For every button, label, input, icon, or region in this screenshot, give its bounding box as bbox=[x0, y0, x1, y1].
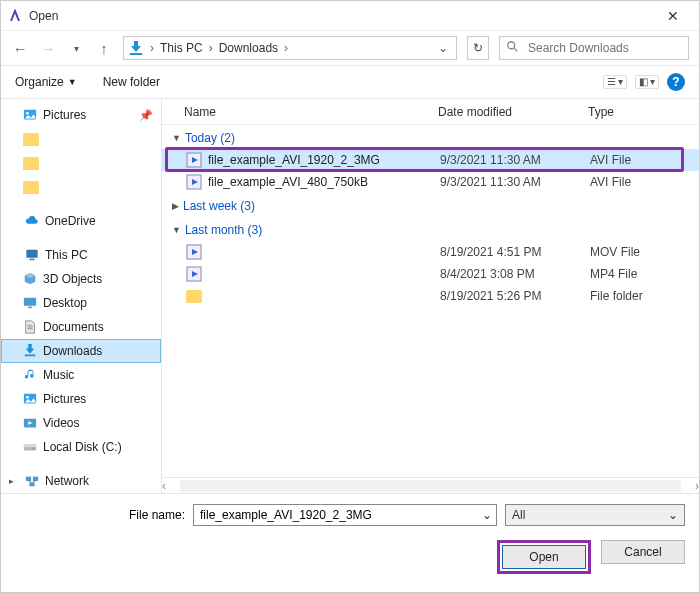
sidebar-item-onedrive[interactable]: OneDrive bbox=[1, 209, 161, 233]
file-type: AVI File bbox=[590, 175, 699, 189]
svg-rect-25 bbox=[33, 477, 38, 481]
folder-icon bbox=[23, 157, 39, 170]
breadcrumb-item[interactable]: Downloads bbox=[219, 41, 278, 55]
svg-rect-7 bbox=[26, 250, 37, 258]
svg-rect-24 bbox=[26, 477, 31, 481]
new-folder-button[interactable]: New folder bbox=[103, 75, 160, 89]
group-label: Last month (3) bbox=[185, 223, 262, 237]
search-box[interactable] bbox=[499, 36, 689, 60]
file-row[interactable]: file_example_AVI_480_750kB9/3/2021 11:30… bbox=[162, 171, 699, 193]
breadcrumb-item[interactable]: This PC bbox=[160, 41, 203, 55]
annotation-highlight: Open bbox=[497, 540, 591, 574]
file-list[interactable]: ▼ Today (2)file_example_AVI_1920_2_3MG9/… bbox=[162, 125, 699, 477]
sidebar-folder-shortcut[interactable] bbox=[1, 127, 161, 151]
chevron-down-icon[interactable]: ⌄ bbox=[478, 508, 492, 522]
svg-rect-8 bbox=[29, 259, 34, 261]
file-date: 9/3/2021 11:30 AM bbox=[440, 153, 590, 167]
sidebar-item-music[interactable]: Music bbox=[1, 363, 161, 387]
search-input[interactable] bbox=[526, 40, 682, 56]
sidebar-item-videos[interactable]: Videos bbox=[1, 411, 161, 435]
scroll-right-icon[interactable]: › bbox=[695, 479, 699, 493]
svg-rect-1 bbox=[134, 41, 138, 47]
sidebar-item-downloads[interactable]: Downloads bbox=[1, 339, 161, 363]
sidebar-item-label: Desktop bbox=[43, 296, 87, 310]
file-row[interactable]: 8/19/2021 5:26 PMFile folder bbox=[162, 285, 699, 307]
folder-icon bbox=[186, 290, 202, 303]
downloads-icon bbox=[128, 40, 144, 56]
navigation-pane[interactable]: Pictures 📌 OneDrive This PC 3D Objects bbox=[1, 99, 162, 493]
downloads-icon bbox=[23, 344, 37, 358]
sidebar-folder-shortcut[interactable] bbox=[1, 151, 161, 175]
sidebar-item-documents[interactable]: Documents bbox=[1, 315, 161, 339]
sidebar-item-3d-objects[interactable]: 3D Objects bbox=[1, 267, 161, 291]
close-button[interactable]: ✕ bbox=[653, 8, 693, 24]
sidebar-item-label: OneDrive bbox=[45, 214, 96, 228]
video-file-icon bbox=[186, 152, 202, 168]
filename-input[interactable] bbox=[198, 507, 478, 523]
cloud-icon bbox=[25, 214, 39, 228]
breadcrumb-dropdown[interactable]: ⌄ bbox=[434, 41, 452, 55]
column-name[interactable]: Name bbox=[184, 105, 438, 119]
organize-menu[interactable]: Organize ▼ bbox=[15, 75, 77, 89]
sidebar-item-label: Pictures bbox=[43, 392, 86, 406]
scrollbar-track[interactable] bbox=[180, 480, 681, 492]
filetype-filter[interactable]: All ⌄ bbox=[505, 504, 685, 526]
sidebar-item-pictures-quick[interactable]: Pictures 📌 bbox=[1, 103, 161, 127]
sidebar-item-label: Network bbox=[45, 474, 89, 488]
file-group-header[interactable]: ▼ Today (2) bbox=[162, 125, 699, 149]
horizontal-scrollbar[interactable]: ‹ › bbox=[162, 477, 699, 493]
file-row[interactable]: 8/4/2021 3:08 PMMP4 File bbox=[162, 263, 699, 285]
column-headers[interactable]: Name Date modified Type bbox=[162, 99, 699, 125]
filename-combobox[interactable]: ⌄ bbox=[193, 504, 497, 526]
preview-pane-button[interactable]: ◧▾ bbox=[635, 75, 659, 89]
cancel-button[interactable]: Cancel bbox=[601, 540, 685, 564]
svg-rect-16 bbox=[25, 355, 36, 357]
svg-rect-26 bbox=[29, 483, 34, 487]
disk-icon bbox=[23, 440, 37, 454]
help-button[interactable]: ? bbox=[667, 73, 685, 91]
pictures-icon bbox=[23, 108, 37, 122]
folder-icon bbox=[23, 181, 39, 194]
cancel-button-label: Cancel bbox=[624, 545, 661, 559]
organize-label: Organize bbox=[15, 75, 64, 89]
chevron-down-icon: ▼ bbox=[172, 133, 181, 143]
sidebar-item-network[interactable]: ▸ Network bbox=[1, 469, 161, 493]
sidebar-item-local-disk[interactable]: Local Disk (C:) bbox=[1, 435, 161, 459]
file-type: MP4 File bbox=[590, 267, 699, 281]
pictures-icon bbox=[23, 392, 37, 406]
video-file-icon bbox=[186, 266, 202, 282]
sidebar-item-pictures[interactable]: Pictures bbox=[1, 387, 161, 411]
breadcrumb[interactable]: › This PC › Downloads › ⌄ bbox=[123, 36, 457, 60]
scroll-left-icon[interactable]: ‹ bbox=[162, 479, 166, 493]
svg-rect-2 bbox=[130, 53, 142, 55]
svg-rect-10 bbox=[28, 307, 32, 309]
sidebar-item-desktop[interactable]: Desktop bbox=[1, 291, 161, 315]
group-label: Last week (3) bbox=[183, 199, 255, 213]
up-button[interactable]: ↑ bbox=[95, 40, 113, 57]
file-group-header[interactable]: ▶ Last week (3) bbox=[162, 193, 699, 217]
svg-point-18 bbox=[26, 396, 29, 399]
file-group-header[interactable]: ▼ Last month (3) bbox=[162, 217, 699, 241]
view-details-button[interactable]: ☰▾ bbox=[603, 75, 627, 89]
sidebar-item-label: Pictures bbox=[43, 108, 86, 122]
svg-point-3 bbox=[508, 41, 515, 48]
chevron-down-icon: ▼ bbox=[172, 225, 181, 235]
recent-locations-button[interactable]: ▾ bbox=[67, 43, 85, 54]
refresh-button[interactable]: ↻ bbox=[467, 36, 489, 60]
music-icon bbox=[23, 368, 37, 382]
sidebar-folder-shortcut[interactable] bbox=[1, 175, 161, 199]
file-row[interactable]: 8/19/2021 4:51 PMMOV File bbox=[162, 241, 699, 263]
file-date: 8/4/2021 3:08 PM bbox=[440, 267, 590, 281]
sidebar-item-thispc[interactable]: This PC bbox=[1, 243, 161, 267]
file-row[interactable]: file_example_AVI_1920_2_3MG9/3/2021 11:3… bbox=[162, 149, 699, 171]
svg-rect-22 bbox=[24, 444, 36, 447]
file-date: 9/3/2021 11:30 AM bbox=[440, 175, 590, 189]
column-type[interactable]: Type bbox=[588, 105, 699, 119]
back-button[interactable]: ← bbox=[11, 40, 29, 57]
column-date[interactable]: Date modified bbox=[438, 105, 588, 119]
svg-point-6 bbox=[26, 112, 29, 115]
filename-label: File name: bbox=[15, 508, 185, 522]
file-date: 8/19/2021 5:26 PM bbox=[440, 289, 590, 303]
open-button[interactable]: Open bbox=[502, 545, 586, 569]
sidebar-item-label: Documents bbox=[43, 320, 104, 334]
